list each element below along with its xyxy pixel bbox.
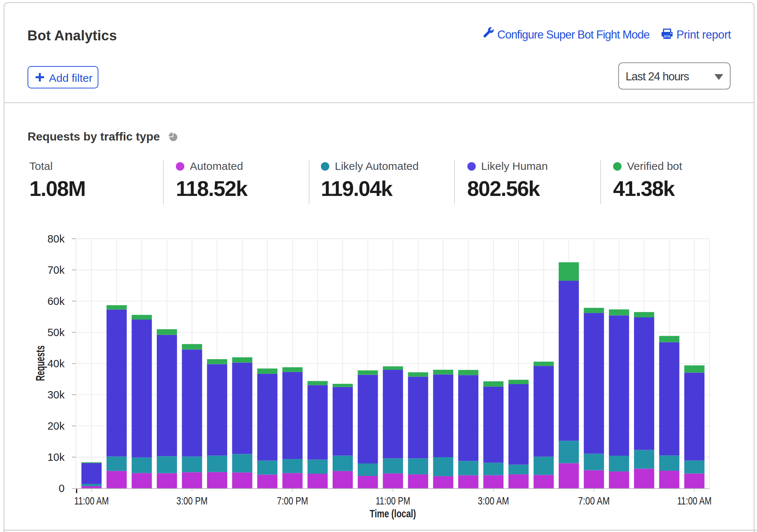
svg-text:30k: 30k: [47, 389, 65, 401]
svg-text:60k: 60k: [47, 295, 65, 307]
svg-text:70k: 70k: [47, 264, 65, 276]
svg-text:3:00 PM: 3:00 PM: [177, 495, 208, 507]
svg-text:10k: 10k: [47, 451, 65, 463]
svg-text:50k: 50k: [47, 327, 65, 338]
svg-text:11:00 AM: 11:00 AM: [74, 495, 109, 507]
svg-text:3:00 AM: 3:00 AM: [478, 495, 509, 507]
svg-text:7:00 AM: 7:00 AM: [578, 495, 610, 507]
svg-text:Time (local): Time (local): [370, 508, 416, 520]
svg-text:80k: 80k: [47, 233, 65, 245]
svg-text:20k: 20k: [47, 420, 65, 432]
svg-text:0: 0: [59, 482, 65, 494]
svg-text:7:00 PM: 7:00 PM: [277, 495, 308, 507]
svg-text:11:00 PM: 11:00 PM: [376, 495, 410, 507]
svg-text:Requests: Requests: [33, 346, 47, 381]
svg-text:40k: 40k: [47, 358, 65, 369]
svg-text:11:00 AM: 11:00 AM: [677, 495, 711, 507]
